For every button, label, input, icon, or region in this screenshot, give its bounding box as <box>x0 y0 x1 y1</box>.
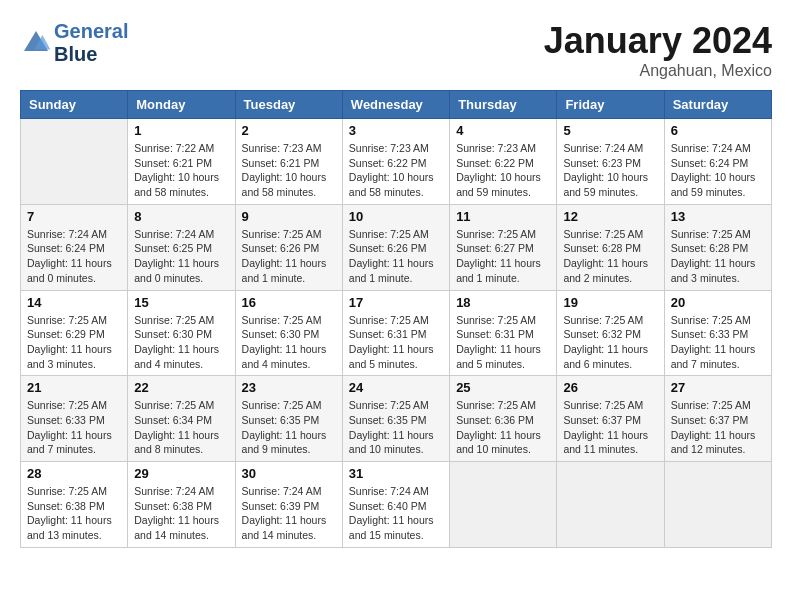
calendar-body: 1 Sunrise: 7:22 AMSunset: 6:21 PMDayligh… <box>21 119 772 548</box>
page-header: General Blue January 2024 Angahuan, Mexi… <box>20 20 772 80</box>
day-number: 31 <box>349 466 443 481</box>
calendar-header: SundayMondayTuesdayWednesdayThursdayFrid… <box>21 91 772 119</box>
calendar-cell: 22 Sunrise: 7:25 AMSunset: 6:34 PMDaylig… <box>128 376 235 462</box>
calendar-cell: 31 Sunrise: 7:24 AMSunset: 6:40 PMDaylig… <box>342 462 449 548</box>
calendar-cell: 6 Sunrise: 7:24 AMSunset: 6:24 PMDayligh… <box>664 119 771 205</box>
day-number: 6 <box>671 123 765 138</box>
day-info: Sunrise: 7:25 AMSunset: 6:36 PMDaylight:… <box>456 398 550 457</box>
calendar-cell: 23 Sunrise: 7:25 AMSunset: 6:35 PMDaylig… <box>235 376 342 462</box>
calendar-week-1: 7 Sunrise: 7:24 AMSunset: 6:24 PMDayligh… <box>21 204 772 290</box>
day-number: 21 <box>27 380 121 395</box>
day-info: Sunrise: 7:25 AMSunset: 6:31 PMDaylight:… <box>456 313 550 372</box>
calendar-cell: 4 Sunrise: 7:23 AMSunset: 6:22 PMDayligh… <box>450 119 557 205</box>
day-info: Sunrise: 7:25 AMSunset: 6:26 PMDaylight:… <box>242 227 336 286</box>
calendar-table: SundayMondayTuesdayWednesdayThursdayFrid… <box>20 90 772 548</box>
day-info: Sunrise: 7:23 AMSunset: 6:22 PMDaylight:… <box>349 141 443 200</box>
calendar-cell: 13 Sunrise: 7:25 AMSunset: 6:28 PMDaylig… <box>664 204 771 290</box>
calendar-cell: 27 Sunrise: 7:25 AMSunset: 6:37 PMDaylig… <box>664 376 771 462</box>
day-number: 15 <box>134 295 228 310</box>
calendar-cell: 5 Sunrise: 7:24 AMSunset: 6:23 PMDayligh… <box>557 119 664 205</box>
day-info: Sunrise: 7:24 AMSunset: 6:39 PMDaylight:… <box>242 484 336 543</box>
day-number: 19 <box>563 295 657 310</box>
day-number: 3 <box>349 123 443 138</box>
day-number: 1 <box>134 123 228 138</box>
day-number: 2 <box>242 123 336 138</box>
day-info: Sunrise: 7:25 AMSunset: 6:27 PMDaylight:… <box>456 227 550 286</box>
calendar-cell <box>21 119 128 205</box>
weekday-header-row: SundayMondayTuesdayWednesdayThursdayFrid… <box>21 91 772 119</box>
day-number: 24 <box>349 380 443 395</box>
weekday-header-saturday: Saturday <box>664 91 771 119</box>
day-number: 5 <box>563 123 657 138</box>
day-info: Sunrise: 7:25 AMSunset: 6:38 PMDaylight:… <box>27 484 121 543</box>
day-info: Sunrise: 7:25 AMSunset: 6:33 PMDaylight:… <box>671 313 765 372</box>
day-number: 14 <box>27 295 121 310</box>
weekday-header-thursday: Thursday <box>450 91 557 119</box>
day-number: 22 <box>134 380 228 395</box>
day-info: Sunrise: 7:24 AMSunset: 6:38 PMDaylight:… <box>134 484 228 543</box>
calendar-week-2: 14 Sunrise: 7:25 AMSunset: 6:29 PMDaylig… <box>21 290 772 376</box>
day-number: 30 <box>242 466 336 481</box>
calendar-cell: 3 Sunrise: 7:23 AMSunset: 6:22 PMDayligh… <box>342 119 449 205</box>
location-subtitle: Angahuan, Mexico <box>544 62 772 80</box>
calendar-cell: 7 Sunrise: 7:24 AMSunset: 6:24 PMDayligh… <box>21 204 128 290</box>
day-info: Sunrise: 7:25 AMSunset: 6:26 PMDaylight:… <box>349 227 443 286</box>
day-info: Sunrise: 7:25 AMSunset: 6:37 PMDaylight:… <box>671 398 765 457</box>
logo-text2: Blue <box>54 43 128 66</box>
calendar-cell: 10 Sunrise: 7:25 AMSunset: 6:26 PMDaylig… <box>342 204 449 290</box>
day-info: Sunrise: 7:25 AMSunset: 6:28 PMDaylight:… <box>671 227 765 286</box>
calendar-cell: 15 Sunrise: 7:25 AMSunset: 6:30 PMDaylig… <box>128 290 235 376</box>
calendar-cell: 20 Sunrise: 7:25 AMSunset: 6:33 PMDaylig… <box>664 290 771 376</box>
day-number: 27 <box>671 380 765 395</box>
day-number: 11 <box>456 209 550 224</box>
day-info: Sunrise: 7:25 AMSunset: 6:35 PMDaylight:… <box>349 398 443 457</box>
day-info: Sunrise: 7:24 AMSunset: 6:23 PMDaylight:… <box>563 141 657 200</box>
day-info: Sunrise: 7:25 AMSunset: 6:34 PMDaylight:… <box>134 398 228 457</box>
logo: General Blue <box>20 20 128 66</box>
day-number: 26 <box>563 380 657 395</box>
day-info: Sunrise: 7:24 AMSunset: 6:24 PMDaylight:… <box>671 141 765 200</box>
calendar-cell: 2 Sunrise: 7:23 AMSunset: 6:21 PMDayligh… <box>235 119 342 205</box>
calendar-cell: 8 Sunrise: 7:24 AMSunset: 6:25 PMDayligh… <box>128 204 235 290</box>
weekday-header-wednesday: Wednesday <box>342 91 449 119</box>
day-number: 28 <box>27 466 121 481</box>
day-number: 10 <box>349 209 443 224</box>
calendar-cell: 18 Sunrise: 7:25 AMSunset: 6:31 PMDaylig… <box>450 290 557 376</box>
calendar-cell: 12 Sunrise: 7:25 AMSunset: 6:28 PMDaylig… <box>557 204 664 290</box>
calendar-cell: 19 Sunrise: 7:25 AMSunset: 6:32 PMDaylig… <box>557 290 664 376</box>
weekday-header-monday: Monday <box>128 91 235 119</box>
day-info: Sunrise: 7:23 AMSunset: 6:21 PMDaylight:… <box>242 141 336 200</box>
day-info: Sunrise: 7:25 AMSunset: 6:28 PMDaylight:… <box>563 227 657 286</box>
weekday-header-friday: Friday <box>557 91 664 119</box>
day-info: Sunrise: 7:25 AMSunset: 6:35 PMDaylight:… <box>242 398 336 457</box>
day-number: 23 <box>242 380 336 395</box>
day-number: 7 <box>27 209 121 224</box>
day-number: 9 <box>242 209 336 224</box>
calendar-cell: 9 Sunrise: 7:25 AMSunset: 6:26 PMDayligh… <box>235 204 342 290</box>
calendar-cell: 30 Sunrise: 7:24 AMSunset: 6:39 PMDaylig… <box>235 462 342 548</box>
day-info: Sunrise: 7:25 AMSunset: 6:33 PMDaylight:… <box>27 398 121 457</box>
day-number: 25 <box>456 380 550 395</box>
weekday-header-sunday: Sunday <box>21 91 128 119</box>
title-block: January 2024 Angahuan, Mexico <box>544 20 772 80</box>
day-number: 4 <box>456 123 550 138</box>
day-info: Sunrise: 7:24 AMSunset: 6:25 PMDaylight:… <box>134 227 228 286</box>
calendar-week-3: 21 Sunrise: 7:25 AMSunset: 6:33 PMDaylig… <box>21 376 772 462</box>
day-number: 18 <box>456 295 550 310</box>
day-number: 16 <box>242 295 336 310</box>
calendar-cell: 25 Sunrise: 7:25 AMSunset: 6:36 PMDaylig… <box>450 376 557 462</box>
calendar-week-0: 1 Sunrise: 7:22 AMSunset: 6:21 PMDayligh… <box>21 119 772 205</box>
calendar-cell <box>450 462 557 548</box>
day-number: 8 <box>134 209 228 224</box>
day-number: 17 <box>349 295 443 310</box>
calendar-cell: 11 Sunrise: 7:25 AMSunset: 6:27 PMDaylig… <box>450 204 557 290</box>
day-info: Sunrise: 7:25 AMSunset: 6:32 PMDaylight:… <box>563 313 657 372</box>
calendar-cell: 14 Sunrise: 7:25 AMSunset: 6:29 PMDaylig… <box>21 290 128 376</box>
day-number: 13 <box>671 209 765 224</box>
day-info: Sunrise: 7:24 AMSunset: 6:40 PMDaylight:… <box>349 484 443 543</box>
calendar-cell: 17 Sunrise: 7:25 AMSunset: 6:31 PMDaylig… <box>342 290 449 376</box>
day-number: 29 <box>134 466 228 481</box>
day-info: Sunrise: 7:24 AMSunset: 6:24 PMDaylight:… <box>27 227 121 286</box>
day-info: Sunrise: 7:25 AMSunset: 6:37 PMDaylight:… <box>563 398 657 457</box>
day-info: Sunrise: 7:25 AMSunset: 6:29 PMDaylight:… <box>27 313 121 372</box>
